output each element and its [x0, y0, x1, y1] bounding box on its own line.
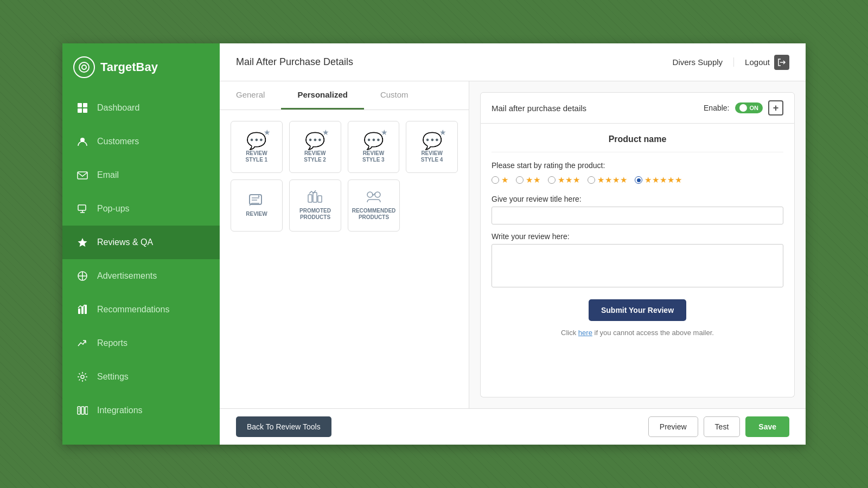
reports-icon [75, 336, 90, 350]
sidebar-item-settings[interactable]: Settings [62, 360, 220, 394]
svg-marker-9 [78, 238, 87, 247]
submit-review-button[interactable]: Submit Your Review [589, 299, 686, 321]
sidebar-item-integrations[interactable]: Integrations [62, 394, 220, 427]
svg-point-32 [375, 192, 380, 197]
sidebar-item-dashboard[interactable]: Dashboard [62, 91, 220, 125]
style-card-recommended[interactable]: RECOMMENDEDPRODUCTS [348, 179, 400, 232]
sidebar-nav: Dashboard Customers Emai [62, 91, 220, 445]
dashboard-icon [75, 101, 90, 115]
popups-icon [75, 202, 90, 216]
style-card-1[interactable]: 💬 ★ REVIEWSTYLE 1 [231, 121, 283, 173]
svg-rect-7 [78, 172, 87, 179]
tab-bar: General Personalized Custom [220, 81, 469, 110]
style-grid: 💬 ★ REVIEWSTYLE 1 💬 ★ REVIEWSTYLE 2 [220, 110, 469, 408]
svg-rect-24 [85, 407, 88, 414]
svg-point-31 [367, 192, 373, 197]
radio-4[interactable] [588, 176, 595, 184]
review-body-label: Write your review here: [492, 232, 783, 241]
style-card-review[interactable]: REVIEW [231, 179, 283, 232]
star-option-3[interactable]: ★ ★ ★ [548, 175, 580, 185]
footer-bar: Back To Review Tools Preview Test Save [220, 408, 806, 445]
radio-2[interactable] [516, 176, 524, 184]
stars-1: ★ [501, 175, 508, 185]
test-button[interactable]: Test [704, 416, 741, 437]
review-title-label: Give your review title here: [492, 195, 783, 203]
stars-2: ★ ★ [526, 175, 540, 185]
logo-icon [73, 56, 95, 78]
save-button[interactable]: Save [745, 416, 789, 437]
style-card-3[interactable]: 💬 ★ REVIEWSTYLE 3 [348, 121, 400, 173]
back-to-review-tools-button[interactable]: Back To Review Tools [236, 416, 331, 437]
integrations-icon [75, 403, 90, 418]
header-right: Divers Supply Logout [673, 55, 789, 70]
sidebar-item-popups[interactable]: Pop-ups [62, 192, 220, 226]
footer-actions: Preview Test Save [648, 416, 789, 437]
enable-label: Enable: [704, 104, 729, 112]
sidebar-item-customers[interactable]: Customers [62, 125, 220, 158]
sidebar: TargetBay Dashboard [62, 43, 220, 445]
sidebar-item-reviews[interactable]: Reviews & QA [62, 226, 220, 259]
sidebar-item-advertisements[interactable]: Advertisements [62, 259, 220, 293]
click-here-link[interactable]: here [578, 329, 592, 337]
customers-label: Customers [97, 137, 139, 146]
tab-personalized[interactable]: Personalized [281, 81, 364, 110]
review-style-2-icon: 💬 ★ [305, 131, 325, 150]
recommended-icon [366, 190, 382, 208]
logo-text: TargetBay [100, 60, 158, 74]
style-row-1: 💬 ★ REVIEWSTYLE 1 💬 ★ REVIEWSTYLE 2 [231, 121, 458, 173]
tab-general[interactable]: General [220, 81, 281, 110]
stars-4: ★ ★ ★ ★ [597, 175, 627, 185]
svg-rect-15 [85, 305, 87, 314]
logo: TargetBay [62, 43, 220, 91]
customers-icon [75, 134, 90, 149]
star-option-5[interactable]: ★ ★ ★ ★ ★ [635, 175, 682, 185]
add-button[interactable]: + [768, 100, 783, 115]
preview-button[interactable]: Preview [648, 416, 698, 437]
star-option-1[interactable]: ★ [492, 175, 508, 185]
star-options: ★ ★ ★ [492, 175, 783, 185]
preview-header: Mail after purchase details Enable: ON + [480, 92, 795, 124]
review-title-input[interactable] [492, 207, 783, 224]
star-option-2[interactable]: ★ ★ [516, 175, 540, 185]
company-name: Divers Supply [673, 57, 735, 67]
left-panel: General Personalized Custom 💬 [220, 81, 469, 408]
dashboard-label: Dashboard [97, 103, 139, 113]
sidebar-item-recommendations[interactable]: Recommendations [62, 293, 220, 326]
tab-custom[interactable]: Custom [364, 81, 425, 110]
integrations-label: Integrations [97, 406, 143, 415]
settings-label: Settings [97, 372, 129, 382]
logout-label: Logout [745, 57, 770, 67]
review-body-input[interactable] [492, 244, 783, 287]
star-option-4[interactable]: ★ ★ ★ ★ [588, 175, 627, 185]
enable-section: Enable: ON + [704, 100, 783, 115]
review-style-4-icon: 💬 ★ [422, 131, 442, 150]
content-area: General Personalized Custom 💬 [220, 81, 806, 408]
stars-3: ★ ★ ★ [558, 175, 580, 185]
click-here-text: Click here if you cannot access the abov… [492, 329, 783, 337]
advertisements-label: Advertisements [97, 271, 157, 281]
toggle-text: ON [750, 105, 759, 111]
review-style-1-icon: 💬 ★ [246, 131, 266, 150]
right-panel: Mail after purchase details Enable: ON +… [469, 81, 806, 408]
svg-rect-4 [78, 108, 82, 113]
rating-label: Please start by rating the product: [492, 161, 783, 170]
sidebar-item-email[interactable]: Email [62, 158, 220, 192]
style-card-4[interactable]: 💬 ★ REVIEWSTYLE 4 [406, 121, 458, 173]
logout-button[interactable]: Logout [734, 55, 789, 70]
email-label: Email [97, 170, 119, 180]
reviews-icon [75, 235, 90, 249]
style-card-promoted[interactable]: PROMOTEDPRODUCTS [289, 179, 341, 232]
radio-5[interactable] [635, 176, 642, 184]
style-card-2[interactable]: 💬 ★ REVIEWSTYLE 2 [289, 121, 341, 173]
recommendations-icon [75, 303, 90, 317]
recommendations-label: Recommendations [97, 305, 169, 314]
svg-rect-23 [81, 407, 84, 414]
svg-rect-30 [318, 196, 322, 202]
radio-1[interactable] [492, 176, 499, 184]
svg-rect-3 [83, 103, 87, 107]
sidebar-item-reports[interactable]: Reports [62, 326, 220, 360]
radio-3[interactable] [548, 176, 556, 184]
popups-label: Pop-ups [97, 204, 130, 214]
svg-point-1 [82, 65, 86, 69]
enable-toggle[interactable]: ON [735, 102, 763, 113]
